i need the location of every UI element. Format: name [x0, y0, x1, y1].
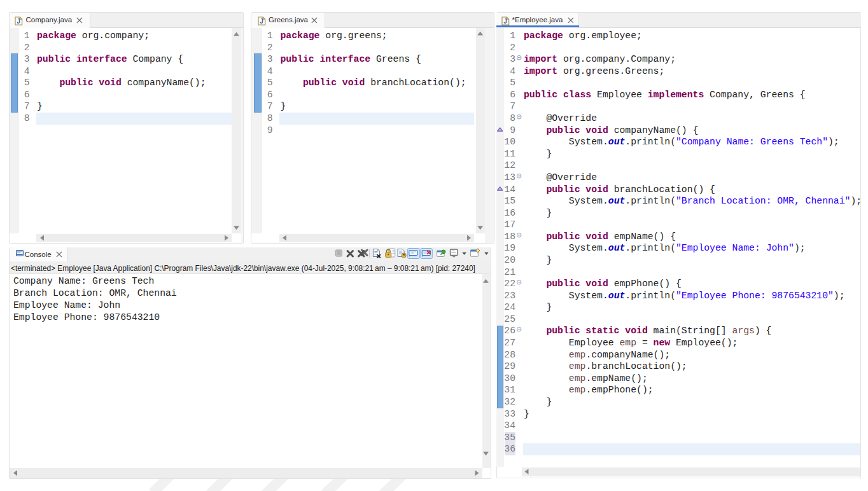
svg-text:J: J	[503, 18, 507, 25]
svg-text:J: J	[260, 18, 263, 25]
svg-text:J: J	[17, 18, 20, 25]
